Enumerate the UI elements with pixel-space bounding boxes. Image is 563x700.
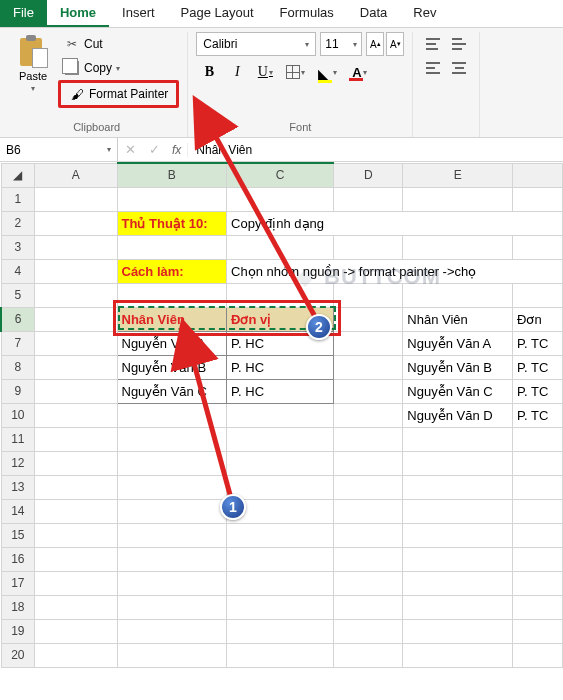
cell[interactable] — [227, 619, 334, 643]
cell[interactable] — [227, 499, 334, 523]
cell[interactable] — [117, 523, 227, 547]
cell[interactable] — [513, 475, 563, 499]
cell[interactable] — [35, 187, 117, 211]
cell[interactable]: P. TC — [513, 331, 563, 355]
cell[interactable]: P. TC — [513, 355, 563, 379]
cell[interactable] — [35, 211, 117, 235]
tab-insert[interactable]: Insert — [109, 0, 168, 27]
italic-button[interactable]: I — [224, 60, 250, 84]
cell[interactable] — [227, 643, 334, 667]
cell[interactable]: P. HC — [227, 379, 334, 403]
cell[interactable] — [227, 595, 334, 619]
cell[interactable] — [35, 475, 117, 499]
cell[interactable]: Nguyễn Văn B — [117, 355, 227, 379]
cell[interactable]: Nguyễn Văn B — [403, 355, 513, 379]
cell[interactable]: Nguyễn Văn A — [403, 331, 513, 355]
cell[interactable] — [403, 619, 513, 643]
row-header[interactable]: 8 — [1, 355, 35, 379]
cell[interactable] — [513, 523, 563, 547]
cell[interactable]: Nguyễn Văn D — [403, 403, 513, 427]
row-header[interactable]: 6 — [1, 307, 35, 331]
cell[interactable] — [403, 451, 513, 475]
tab-page-layout[interactable]: Page Layout — [168, 0, 267, 27]
cell[interactable] — [117, 451, 227, 475]
cell[interactable]: Chọn nhóm nguồn -> format painter ->chọ — [227, 259, 563, 283]
cell[interactable] — [227, 427, 334, 451]
cell[interactable] — [513, 235, 563, 259]
row-header[interactable]: 2 — [1, 211, 35, 235]
cell[interactable] — [35, 451, 117, 475]
cell[interactable] — [403, 499, 513, 523]
tab-file[interactable]: File — [0, 0, 47, 27]
cell[interactable] — [117, 187, 227, 211]
cell[interactable] — [513, 283, 563, 307]
cell[interactable] — [334, 187, 403, 211]
cell[interactable] — [334, 595, 403, 619]
fx-icon[interactable]: fx — [166, 143, 188, 157]
cell[interactable] — [227, 283, 334, 307]
align-top-button[interactable] — [421, 32, 445, 56]
cell[interactable] — [35, 403, 117, 427]
cell[interactable] — [117, 499, 227, 523]
tab-review[interactable]: Rev — [400, 0, 449, 27]
paste-button[interactable]: Paste ▾ — [14, 32, 52, 95]
cell[interactable] — [334, 643, 403, 667]
cell[interactable] — [35, 595, 117, 619]
tab-data[interactable]: Data — [347, 0, 400, 27]
cell[interactable] — [334, 451, 403, 475]
cell[interactable] — [334, 355, 403, 379]
col-header-A[interactable]: A — [35, 163, 117, 187]
row-header[interactable]: 10 — [1, 403, 35, 427]
cell[interactable] — [35, 619, 117, 643]
cell[interactable] — [227, 451, 334, 475]
cell[interactable] — [117, 283, 227, 307]
cell[interactable] — [334, 619, 403, 643]
cell[interactable] — [227, 475, 334, 499]
name-box[interactable]: B6▾ — [0, 138, 118, 161]
row-header[interactable]: 16 — [1, 547, 35, 571]
cell[interactable] — [513, 595, 563, 619]
cell[interactable]: Nhân Viên — [117, 307, 227, 331]
cell[interactable] — [403, 427, 513, 451]
col-header-F[interactable] — [513, 163, 563, 187]
cell[interactable] — [227, 523, 334, 547]
increase-font-button[interactable]: A▴ — [366, 32, 384, 56]
cell[interactable] — [513, 499, 563, 523]
cell[interactable] — [334, 499, 403, 523]
cell[interactable] — [334, 235, 403, 259]
cell[interactable]: Đơn — [513, 307, 563, 331]
cell[interactable] — [513, 571, 563, 595]
tab-home[interactable]: Home — [47, 0, 109, 27]
cut-button[interactable]: Cut — [58, 32, 179, 56]
row-header[interactable]: 13 — [1, 475, 35, 499]
cell[interactable] — [227, 235, 334, 259]
cell[interactable]: Nguyễn Văn A — [117, 331, 227, 355]
cell[interactable] — [403, 187, 513, 211]
cell[interactable] — [227, 187, 334, 211]
cell[interactable]: P. TC — [513, 403, 563, 427]
font-color-button[interactable]: A▾ — [344, 60, 374, 84]
cell[interactable] — [227, 571, 334, 595]
cell[interactable] — [35, 499, 117, 523]
borders-button[interactable]: ▾ — [280, 60, 310, 84]
cell[interactable] — [513, 451, 563, 475]
cell[interactable]: Cách làm: — [117, 259, 227, 283]
underline-button[interactable]: U▾ — [252, 60, 278, 84]
font-name-select[interactable]: Calibri▾ — [196, 32, 316, 56]
cell[interactable] — [334, 331, 403, 355]
format-painter-button[interactable]: Format Painter — [58, 80, 179, 108]
cell[interactable] — [334, 523, 403, 547]
cell[interactable] — [403, 571, 513, 595]
tab-formulas[interactable]: Formulas — [267, 0, 347, 27]
cell[interactable] — [334, 283, 403, 307]
cell[interactable] — [35, 643, 117, 667]
font-size-select[interactable]: 11▾ — [320, 32, 362, 56]
cell[interactable] — [117, 595, 227, 619]
cell[interactable]: P. HC — [227, 331, 334, 355]
col-header-C[interactable]: C — [227, 163, 334, 187]
cell[interactable] — [35, 259, 117, 283]
cell[interactable] — [403, 643, 513, 667]
cell[interactable] — [35, 571, 117, 595]
row-header[interactable]: 5 — [1, 283, 35, 307]
col-header-B[interactable]: B — [117, 163, 227, 187]
